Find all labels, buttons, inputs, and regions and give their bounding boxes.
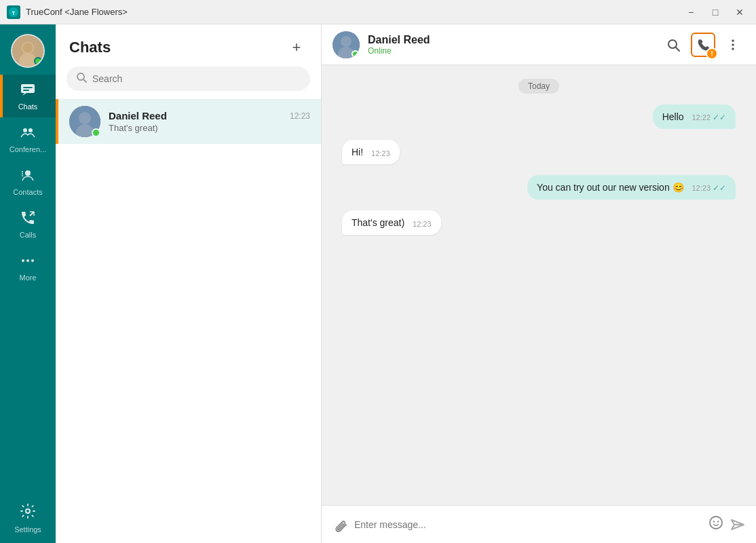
sidebar-item-conferences[interactable]: Conferen... (0, 117, 56, 160)
panel-title: Chats (69, 39, 111, 56)
chat-header-name: Daniel Reed (368, 34, 653, 46)
active-indicator (0, 75, 3, 117)
header-online-dot (352, 50, 359, 58)
more-options-button[interactable] (721, 33, 745, 57)
maximize-button[interactable]: □ (706, 3, 725, 22)
left-panel: Chats + (56, 24, 322, 543)
sidebar-item-more[interactable]: More (0, 246, 56, 288)
svg-point-34 (732, 43, 734, 46)
message-time: 12:23 (371, 149, 390, 157)
message-bubble: That's great) 12:23 (342, 210, 441, 235)
message-row: That's great) 12:23 (342, 210, 736, 235)
message-time: 12:23 (413, 220, 432, 228)
message-meta: 12:23 (371, 149, 390, 157)
close-button[interactable]: ✕ (730, 3, 749, 22)
svg-point-10 (23, 128, 27, 132)
sidebar-item-contacts[interactable]: Contacts (0, 160, 56, 203)
search-input[interactable] (92, 73, 301, 84)
svg-line-24 (83, 79, 86, 82)
chat-header-status: Online (368, 46, 653, 56)
sidebar-nav: Chats Conferen... (0, 75, 56, 288)
svg-point-5 (23, 43, 33, 53)
calls-icon (20, 210, 36, 229)
add-chat-button[interactable]: + (286, 37, 307, 58)
message-time: 12:23 (692, 184, 711, 192)
conferences-label: Conferen... (10, 145, 46, 153)
message-row: Hi! 12:23 (342, 140, 736, 164)
chat-time: 12:23 (290, 111, 310, 121)
chat-info: Daniel Reed 12:23 That's great) (109, 110, 310, 133)
message-text: Hi! (352, 147, 363, 157)
svg-rect-8 (23, 87, 33, 88)
settings-icon (20, 503, 36, 523)
settings-label: Settings (14, 525, 41, 533)
chat-list: Daniel Reed 12:23 That's great) (56, 99, 321, 543)
contact-online-dot (92, 128, 100, 137)
message-text: You can try out our new version 😊 (537, 182, 684, 193)
sidebar-item-calls[interactable]: Calls (0, 203, 56, 246)
minimize-button[interactable]: − (681, 3, 700, 22)
search-icon (76, 72, 87, 86)
chat-panel: Daniel Reed Online ! (322, 24, 756, 543)
call-button[interactable]: ! (691, 33, 715, 57)
app-body: Chats Conferen... (0, 24, 756, 543)
svg-point-20 (26, 259, 29, 262)
contacts-icon (20, 167, 36, 186)
message-input[interactable] (354, 519, 702, 530)
sidebar: Chats Conferen... (0, 24, 56, 543)
svg-line-18 (30, 212, 34, 216)
svg-text:T: T (12, 10, 16, 16)
user-avatar[interactable] (11, 34, 45, 68)
left-panel-header: Chats + (56, 24, 321, 67)
emoji-button[interactable] (708, 515, 723, 533)
sidebar-item-chats[interactable]: Chats (0, 75, 56, 117)
message-read-indicator: ✓✓ (713, 183, 726, 193)
svg-marker-7 (22, 93, 26, 96)
chat-avatar (69, 106, 100, 137)
svg-rect-9 (23, 90, 29, 91)
svg-rect-6 (21, 84, 35, 93)
message-time: 12:22 (692, 113, 711, 121)
app-logo: T (7, 5, 20, 19)
search-bar (67, 67, 310, 91)
svg-line-32 (676, 48, 679, 51)
chat-header-info: Daniel Reed Online (368, 34, 653, 56)
svg-point-31 (668, 40, 677, 48)
message-meta: 12:23 (413, 220, 432, 228)
svg-point-36 (710, 517, 722, 529)
more-icon (20, 252, 36, 272)
attach-button[interactable] (333, 517, 347, 532)
svg-point-37 (713, 521, 715, 522)
conferences-icon (20, 124, 36, 143)
app-title: TrueConf <Jane Flowers> (26, 7, 681, 17)
titlebar: T TrueConf <Jane Flowers> − □ ✕ (0, 0, 756, 24)
svg-point-19 (22, 259, 24, 262)
message-bubble: You can try out our new version 😊 12:23 … (527, 175, 736, 200)
chat-header-avatar (333, 31, 360, 58)
svg-point-33 (732, 39, 734, 42)
message-bubble: Hello 12:22 ✓✓ (653, 105, 736, 129)
message-row: You can try out our new version 😊 12:23 … (342, 175, 736, 200)
message-text: Hello (662, 111, 684, 122)
svg-point-29 (341, 36, 352, 47)
sidebar-item-settings[interactable]: Settings (0, 493, 56, 543)
chat-item-daniel-reed[interactable]: Daniel Reed 12:23 That's great) (56, 99, 321, 144)
call-alert-badge: ! (706, 48, 718, 60)
svg-point-35 (732, 48, 734, 50)
chats-icon (20, 81, 36, 100)
more-label: More (19, 274, 36, 282)
contacts-label: Contacts (13, 188, 42, 196)
message-input-bar (322, 505, 756, 543)
send-button[interactable] (730, 517, 745, 532)
window-controls: − □ ✕ (681, 3, 749, 22)
search-messages-button[interactable] (661, 33, 685, 57)
svg-point-11 (29, 128, 33, 132)
messages-area: Today Hello 12:22 ✓✓ Hi! 12:23 (322, 65, 756, 505)
chat-contact-name: Daniel Reed (109, 110, 167, 121)
chat-header-actions: ! (661, 33, 745, 57)
svg-point-12 (25, 170, 31, 176)
chat-preview: That's great) (109, 123, 310, 133)
message-read-indicator: ✓✓ (713, 113, 726, 122)
svg-point-22 (26, 509, 30, 513)
message-meta: 12:23 ✓✓ (692, 183, 726, 193)
